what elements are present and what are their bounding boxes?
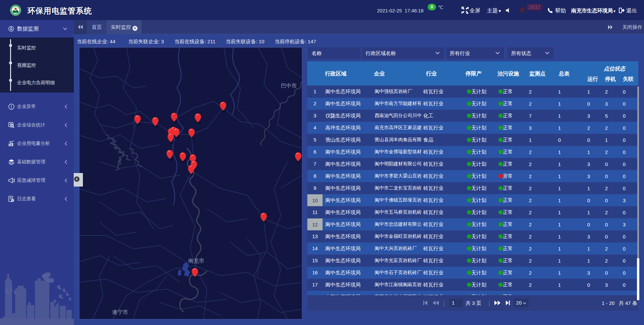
svg-text:南充市: 南充市 xyxy=(188,258,204,264)
svg-text:遂宁市: 遂宁市 xyxy=(112,309,128,315)
svg-text:巴中市: 巴中市 xyxy=(281,83,297,89)
